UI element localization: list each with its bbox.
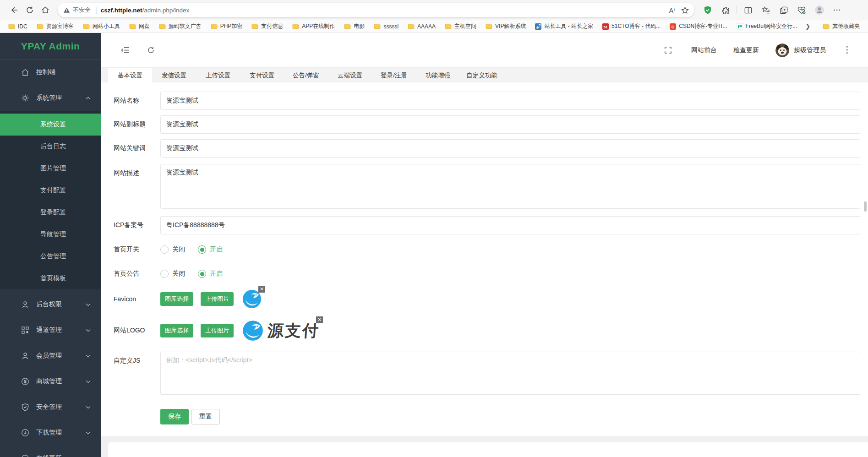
collections-icon[interactable] bbox=[777, 3, 791, 17]
address-bar[interactable]: 不安全 | cszf.httple.net /admin.php/index A… bbox=[58, 3, 694, 17]
more-menu-dots-icon[interactable]: ··· bbox=[842, 42, 852, 59]
collapse-sidebar-icon[interactable] bbox=[117, 43, 133, 58]
field-label: 自定义JS bbox=[114, 352, 160, 395]
favicon-upload-button[interactable]: 上传图片 bbox=[201, 292, 234, 306]
sidebar-item-console[interactable]: 控制端 bbox=[0, 60, 101, 85]
home-switch-on-radio[interactable] bbox=[198, 245, 206, 254]
tab-feature-enhance[interactable]: 功能增强 bbox=[416, 68, 460, 83]
sidebar-item-system-mgmt[interactable]: 系统管理 bbox=[0, 85, 101, 111]
circle-icon bbox=[21, 454, 30, 457]
bookmark-item[interactable]: 5151CTO博客 - 代码... bbox=[599, 22, 664, 31]
sidebar-item-member-mgmt[interactable]: 会员管理 bbox=[0, 343, 101, 369]
bookmark-item[interactable]: APP在线制作 bbox=[289, 22, 338, 31]
home-switch-off-radio[interactable] bbox=[160, 245, 169, 254]
logo-upload-button[interactable]: 上传图片 bbox=[201, 324, 234, 337]
sidebar-item-login-config[interactable]: 登录配置 bbox=[0, 201, 101, 223]
radio-label[interactable]: 关闭 bbox=[172, 245, 185, 254]
radio-label[interactable]: 开启 bbox=[210, 270, 223, 278]
other-favorites-folder[interactable]: 其他收藏夹 bbox=[819, 22, 863, 31]
radio-label[interactable]: 开启 bbox=[210, 245, 223, 254]
tab-custom-features[interactable]: 自定义功能 bbox=[460, 68, 504, 83]
bookmark-item[interactable]: FreeBuf网络安全行... bbox=[733, 22, 801, 31]
settings-tabs: 基本设置 发信设置 上传设置 支付设置 公告/弹窗 云端设置 登录/注册 功能增… bbox=[101, 67, 868, 82]
site-keywords-input[interactable] bbox=[160, 139, 860, 158]
site-subtitle-input[interactable] bbox=[160, 115, 860, 134]
split-screen-icon[interactable] bbox=[741, 3, 755, 17]
profile-avatar-icon[interactable] bbox=[813, 3, 826, 17]
bookmark-item[interactable]: 支付信息 bbox=[248, 22, 287, 31]
bookmark-item[interactable]: 电影 bbox=[340, 22, 368, 31]
bookmark-item[interactable]: CCSDN博客-专业IT... bbox=[666, 22, 731, 31]
refresh-icon[interactable] bbox=[22, 2, 38, 18]
icp-number-input[interactable] bbox=[160, 216, 860, 234]
site-frontend-link[interactable]: 网站前台 bbox=[683, 46, 725, 54]
sidebar-item-admin-permissions[interactable]: 后台权限 bbox=[0, 292, 101, 317]
sidebar-item-image-mgmt[interactable]: 图片管理 bbox=[0, 158, 101, 180]
bookmark-item[interactable]: AAAAA bbox=[404, 22, 439, 31]
bookmark-item[interactable]: 主机空间 bbox=[441, 22, 480, 31]
adblock-shield-icon[interactable] bbox=[701, 3, 715, 17]
chevron-down-icon bbox=[86, 380, 91, 383]
sidebar-item-mall-mgmt[interactable]: 商城管理 bbox=[0, 369, 101, 394]
sidebar-item-download-mgmt[interactable]: 下载管理 bbox=[0, 420, 101, 446]
folder-icon bbox=[8, 23, 15, 29]
sidebar-item-notice-mgmt[interactable]: 公告管理 bbox=[0, 245, 101, 267]
back-icon[interactable] bbox=[6, 2, 22, 18]
radio-label[interactable]: 关闭 bbox=[172, 270, 185, 278]
toolbar-separator bbox=[737, 6, 737, 14]
bookmarks-overflow-chevron-icon[interactable]: ❯ bbox=[802, 23, 813, 30]
favorite-star-icon[interactable] bbox=[681, 6, 689, 14]
remove-logo-icon[interactable]: ✕ bbox=[316, 316, 323, 323]
tab-payment-settings[interactable]: 支付设置 bbox=[240, 68, 284, 83]
remove-favicon-icon[interactable]: ✕ bbox=[258, 286, 265, 293]
sidebar-item-payment-config[interactable]: 支付配置 bbox=[0, 180, 101, 201]
site-description-textarea[interactable]: 资源宝测试 bbox=[160, 164, 860, 209]
bookmark-item[interactable]: 网盘 bbox=[126, 22, 153, 31]
bookmark-item[interactable]: 资源宝博客 bbox=[33, 22, 77, 31]
browser-toolbar: 不安全 | cszf.httple.net /admin.php/index A… bbox=[0, 0, 868, 20]
home-icon[interactable] bbox=[38, 2, 53, 18]
save-button[interactable]: 保存 bbox=[160, 409, 189, 424]
site-name-input[interactable] bbox=[160, 92, 860, 110]
field-label bbox=[114, 409, 160, 424]
sidebar-item-nav-mgmt[interactable]: 导航管理 bbox=[0, 223, 101, 245]
sidebar-item-channel-mgmt[interactable]: 通道管理 bbox=[0, 317, 101, 343]
read-aloud-icon[interactable]: Aɿ bbox=[669, 6, 675, 14]
browser-essentials-icon[interactable] bbox=[795, 3, 808, 17]
tab-cloud-settings[interactable]: 云端设置 bbox=[328, 68, 372, 83]
tab-notice-popup[interactable]: 公告/弹窗 bbox=[284, 68, 328, 83]
page-scrollbar-thumb[interactable] bbox=[864, 201, 867, 212]
refresh-page-icon[interactable] bbox=[143, 43, 158, 58]
custom-js-textarea[interactable] bbox=[160, 352, 860, 395]
extensions-puzzle-icon[interactable] bbox=[719, 3, 732, 17]
bookmark-item[interactable]: 网站小工具 bbox=[79, 22, 124, 31]
fullscreen-icon[interactable] bbox=[660, 43, 676, 58]
avatar[interactable] bbox=[775, 44, 789, 57]
tab-mail-settings[interactable]: 发信设置 bbox=[152, 68, 196, 83]
reset-button[interactable]: 重置 bbox=[191, 409, 220, 424]
bookmark-item[interactable]: 源码软文广告 bbox=[155, 22, 205, 31]
tab-upload-settings[interactable]: 上传设置 bbox=[196, 68, 240, 83]
svg-text:C: C bbox=[671, 24, 675, 29]
username[interactable]: 超级管理员 bbox=[794, 46, 826, 54]
logo-gallery-button[interactable]: 图库选择 bbox=[160, 324, 193, 337]
folder-icon bbox=[374, 23, 381, 29]
sidebar-item-clipped[interactable]: 在线更新 bbox=[0, 446, 101, 457]
bookmark-item[interactable]: PHP加密 bbox=[207, 22, 246, 31]
tab-login-register[interactable]: 登录/注册 bbox=[372, 68, 416, 83]
settings-menu-dots-icon[interactable]: ··· bbox=[830, 3, 844, 17]
favicon-gallery-button[interactable]: 图库选择 bbox=[160, 292, 193, 306]
sidebar-item-system-settings[interactable]: 系统设置 bbox=[0, 114, 101, 136]
sidebar-item-home-template[interactable]: 首页模板 bbox=[0, 267, 101, 289]
bookmark-item[interactable]: IDC bbox=[5, 22, 31, 31]
bookmark-item[interactable]: 站长工具 - 站长之家 bbox=[531, 22, 597, 31]
home-notice-off-radio[interactable] bbox=[160, 270, 169, 278]
tab-basic-settings[interactable]: 基本设置 bbox=[108, 68, 152, 83]
bookmark-item[interactable]: VIP解析系统 bbox=[482, 22, 530, 31]
sidebar-item-security-mgmt[interactable]: 安全管理 bbox=[0, 394, 101, 420]
check-update-link[interactable]: 检查更新 bbox=[725, 46, 767, 54]
favorites-hub-icon[interactable] bbox=[759, 3, 773, 17]
sidebar-item-admin-logs[interactable]: 后台日志 bbox=[0, 136, 101, 158]
bookmark-item[interactable]: sssssl bbox=[370, 22, 402, 31]
home-notice-on-radio[interactable] bbox=[198, 270, 206, 278]
